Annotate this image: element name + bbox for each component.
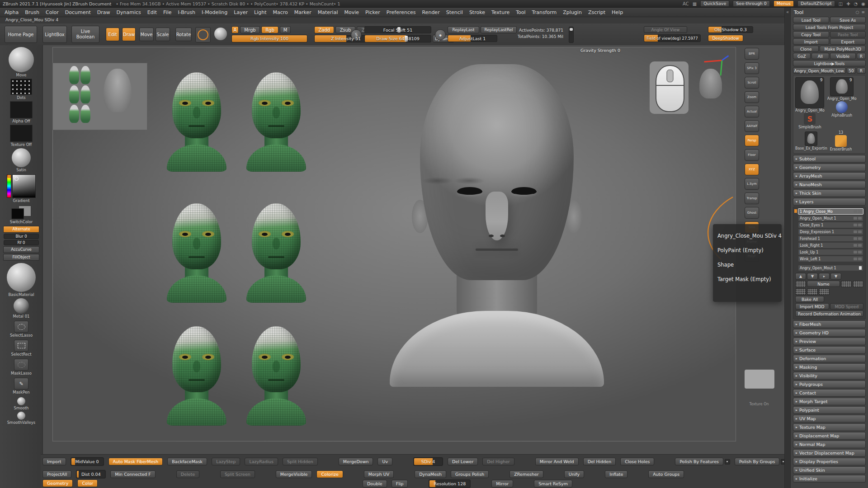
layer-row[interactable]: Deep_Expression 1	[798, 229, 863, 235]
eraserbrush-thumbnail[interactable]	[835, 135, 847, 147]
make-polymesh3d-button[interactable]: Make PolyMesh3D	[820, 46, 866, 52]
bottom-control[interactable]: Smart ReSym	[534, 480, 572, 488]
bottom-control[interactable]: MidValue 0	[71, 457, 104, 466]
half-square-icon[interactable]: ◫	[839, 1, 843, 6]
layer-record-icon[interactable]	[858, 210, 862, 213]
home-page-button[interactable]: Home Page	[5, 26, 37, 43]
export-button[interactable]: Export	[830, 38, 866, 45]
replay-last-button[interactable]: ReplayLast	[448, 26, 479, 33]
bottom-control[interactable]: Auto Groups	[648, 470, 684, 478]
tool-section-header[interactable]: ▸ Polypaint	[793, 406, 866, 414]
layer-eye-icon[interactable]	[854, 230, 857, 233]
menu-item[interactable]: Stencil	[446, 9, 463, 15]
menu-item[interactable]: Texture	[491, 9, 509, 15]
stroke-selector[interactable]	[10, 79, 32, 95]
right-shelf-button[interactable]: L.Sym	[745, 178, 759, 190]
bottom-button[interactable]: ProjectAll	[42, 470, 71, 478]
fov-slider[interactable]: Field of view(deg) 27.5977	[644, 34, 701, 42]
menu-item[interactable]: Material	[318, 9, 338, 15]
bottom-button[interactable]: Flip	[392, 480, 408, 488]
bottom-control[interactable]: Import	[42, 458, 66, 465]
bottom-button[interactable]: Polish By Features	[675, 458, 723, 465]
layer-intensity-slider[interactable]: Angry_Open_Mout 1	[798, 265, 863, 271]
menu-item[interactable]: Document	[65, 9, 91, 15]
mask-lasso-button[interactable]	[14, 359, 28, 371]
bottom-button[interactable]: Import	[42, 458, 66, 465]
zadd-button[interactable]: Zadd	[314, 26, 334, 33]
spotlight-thumbnail-panel[interactable]	[53, 63, 147, 130]
bottom-button[interactable]: Dist 0.04	[76, 470, 105, 478]
layer-option-button-3[interactable]	[819, 288, 830, 295]
simplebrush-thumbnail[interactable]: S	[804, 113, 816, 125]
bottom-button[interactable]: Split Screen	[220, 470, 255, 478]
layer-row[interactable]: Look_Right 1	[798, 242, 863, 249]
bottom-control[interactable]: Del Hidden	[583, 458, 616, 465]
layer-record-icon[interactable]	[858, 224, 862, 226]
metal-material-thumbnail[interactable]	[14, 298, 29, 314]
layer-option-button-2[interactable]	[807, 288, 818, 295]
layer-record-icon[interactable]	[858, 230, 862, 233]
layer-record-icon[interactable]	[858, 217, 862, 220]
record-deformation-button[interactable]: Record Deformation Animation	[795, 310, 863, 317]
bottom-button[interactable]: Del Lower	[448, 458, 478, 465]
focal-shift-slider[interactable]: Focal Shift 51	[364, 26, 431, 33]
scale-button[interactable]: Scale	[156, 28, 170, 41]
layer-eye-icon[interactable]	[854, 237, 857, 240]
paste-tool-button[interactable]: Paste Tool	[830, 31, 866, 38]
bottom-control[interactable]: Unify	[564, 470, 584, 478]
tool-section-header[interactable]: ▸ Displacement Map	[793, 432, 866, 440]
bottom-control[interactable]: Morph UV	[364, 470, 394, 478]
rgb-button[interactable]: Rgb	[261, 26, 278, 33]
popup-menu-item[interactable]: Shape	[713, 258, 782, 272]
tool-section-header[interactable]: ▸ Display Properties	[793, 458, 866, 465]
right-shelf-button[interactable]: SPix 3	[745, 62, 759, 74]
mrgb-button[interactable]: Mrgb	[240, 26, 260, 33]
bottom-control[interactable]: Geometry	[42, 479, 73, 487]
layer-eye-icon[interactable]	[854, 244, 857, 247]
right-shelf-button[interactable]: Transp	[745, 192, 759, 204]
alternate-button[interactable]: Alternate	[3, 226, 39, 233]
right-shelf-button[interactable]: Zoom	[745, 91, 759, 103]
bottom-button[interactable]: DynaMesh	[415, 470, 446, 478]
live-boolean-button[interactable]: Live Boolean	[71, 26, 99, 43]
bottom-control[interactable]: BackfaceMask	[167, 458, 207, 465]
bottom-button[interactable]: Morph UV	[364, 470, 394, 478]
layer-split-button[interactable]	[841, 281, 852, 287]
bottom-button[interactable]: Del Higher	[482, 458, 514, 465]
menu-item[interactable]: File	[163, 9, 171, 15]
layer-eye-icon[interactable]	[854, 258, 857, 260]
active-tool-value[interactable]: 50	[847, 67, 856, 74]
bottom-button[interactable]: Geometry	[42, 479, 73, 487]
lightbox-button[interactable]: LightBox	[42, 26, 67, 43]
smooth-valleys-brush-thumbnail[interactable]	[17, 412, 25, 420]
menu-item[interactable]: Preferences	[387, 9, 416, 15]
bottom-control[interactable]: LazyRadius	[245, 458, 278, 465]
a-toggle-button[interactable]: A	[231, 26, 239, 33]
layer-record-icon[interactable]	[858, 244, 862, 247]
panel-divider[interactable]: «	[784, 8, 790, 488]
tool-section-header[interactable]: ▸ Surface	[793, 346, 866, 354]
layer-row[interactable]: Forehead 1	[798, 235, 863, 242]
bottom-control[interactable]: Delete	[176, 470, 199, 478]
menu-item[interactable]: Color	[46, 9, 59, 15]
gravity-direction-slider[interactable]	[569, 27, 574, 43]
bottom-control[interactable]: Resolution 128	[429, 479, 471, 488]
menu-item[interactable]: Macro	[273, 9, 288, 15]
bottom-control[interactable]: Inflate	[605, 470, 627, 478]
primary-color-swatch[interactable]	[11, 208, 24, 219]
bottom-control[interactable]: LazyStep	[212, 458, 240, 465]
bottom-button[interactable]: Unify	[564, 470, 584, 478]
move-button[interactable]: Move	[139, 28, 154, 41]
bottom-control[interactable]: MergeDown	[339, 458, 373, 465]
current-brush-thumbnail[interactable]	[9, 47, 34, 72]
plus-icon[interactable]: ✚	[846, 1, 850, 6]
tool-section-header[interactable]: ▸ Geometry HD	[793, 329, 866, 337]
save-as-button[interactable]: Save As	[830, 17, 866, 23]
layer-move-up-button[interactable]: ▲	[795, 273, 806, 280]
popup-menu-item[interactable]: Target Mask (Empty)	[713, 272, 782, 286]
menu-item[interactable]: Draw	[97, 9, 110, 15]
bottom-control[interactable]: Mirror	[491, 480, 513, 488]
menu-item[interactable]: Stroke	[469, 9, 485, 15]
select-rect-button[interactable]	[14, 340, 28, 352]
tool-section-header[interactable]: ▸ Initialize	[793, 475, 866, 483]
